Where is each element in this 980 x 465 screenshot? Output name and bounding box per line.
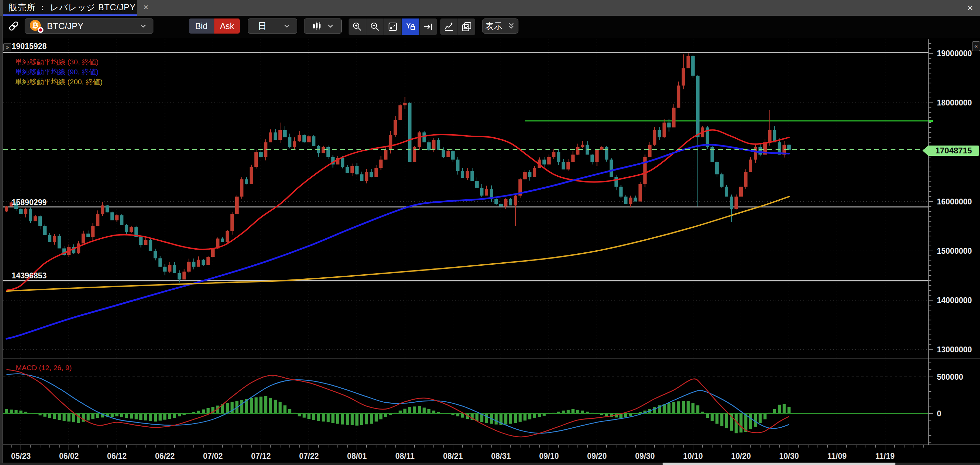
sma-legend: 単純移動平均線 (30, 終値) 単純移動平均線 (90, 終値) 単純移動平均… bbox=[15, 57, 103, 87]
candles bbox=[5, 53, 791, 282]
svg-text:10/30: 10/30 bbox=[779, 452, 799, 460]
svg-text:15000000: 15000000 bbox=[937, 247, 972, 255]
svg-text:18000000: 18000000 bbox=[937, 98, 972, 107]
svg-text:05/23: 05/23 bbox=[11, 452, 31, 460]
current-price-tag: 17048715 bbox=[923, 145, 979, 156]
trading-app-window: 販売所 ： レバレッジ BTC/JPY × × ₿ BTC/JPY Bid As… bbox=[0, 0, 980, 465]
legend-sma30: 単純移動平均線 (30, 終値) bbox=[15, 57, 103, 67]
svg-text:09/10: 09/10 bbox=[539, 452, 559, 460]
svg-text:08/11: 08/11 bbox=[395, 452, 414, 460]
legend-sma90: 単純移動平均線 (90, 終値) bbox=[15, 67, 103, 77]
price-tag-arrow bbox=[923, 145, 928, 156]
svg-text:06/12: 06/12 bbox=[107, 452, 127, 460]
svg-text:09/20: 09/20 bbox=[587, 452, 607, 460]
expand-left-panel-button[interactable]: » bbox=[3, 43, 11, 51]
svg-text:14000000: 14000000 bbox=[937, 296, 972, 305]
svg-text:19000000: 19000000 bbox=[937, 49, 972, 58]
svg-text:10/10: 10/10 bbox=[683, 452, 703, 460]
left-collapsed-panel[interactable] bbox=[0, 16, 3, 465]
price-level-label-19015928: 19015928 bbox=[12, 42, 46, 51]
horizontal-scrollbar-thumb[interactable] bbox=[663, 463, 896, 465]
price-levels bbox=[3, 53, 933, 281]
price-tag-value: 17048715 bbox=[928, 145, 979, 156]
chart-canvas[interactable]: 1900000018000000170000001600000015000000… bbox=[0, 0, 980, 465]
svg-text:08/21: 08/21 bbox=[443, 452, 463, 460]
svg-text:11/19: 11/19 bbox=[875, 452, 894, 460]
svg-text:11/09: 11/09 bbox=[827, 452, 846, 460]
svg-text:08/31: 08/31 bbox=[491, 452, 511, 460]
price-level-label-14396853: 14396853 bbox=[12, 271, 46, 280]
macd-pane bbox=[3, 369, 929, 437]
svg-text:0: 0 bbox=[937, 409, 941, 418]
collapse-right-axis-button[interactable]: « bbox=[972, 41, 980, 51]
svg-text:10/20: 10/20 bbox=[731, 452, 751, 460]
svg-text:06/22: 06/22 bbox=[155, 452, 175, 460]
macd-legend: MACD (12, 26, 9) bbox=[16, 364, 72, 372]
macd-signal-line bbox=[6, 374, 789, 433]
svg-text:07/22: 07/22 bbox=[299, 452, 319, 460]
sma90-line bbox=[6, 145, 789, 339]
svg-text:07/02: 07/02 bbox=[203, 452, 223, 460]
svg-text:16000000: 16000000 bbox=[937, 197, 972, 206]
svg-text:13000000: 13000000 bbox=[937, 345, 972, 354]
price-level-label-15890299: 15890299 bbox=[12, 198, 46, 207]
svg-text:500000: 500000 bbox=[937, 373, 963, 381]
svg-text:07/12: 07/12 bbox=[251, 452, 271, 460]
svg-text:09/30: 09/30 bbox=[635, 452, 655, 460]
legend-sma200: 単純移動平均線 (200, 終値) bbox=[15, 77, 103, 87]
svg-text:08/01: 08/01 bbox=[347, 452, 367, 460]
svg-text:06/02: 06/02 bbox=[59, 452, 79, 460]
